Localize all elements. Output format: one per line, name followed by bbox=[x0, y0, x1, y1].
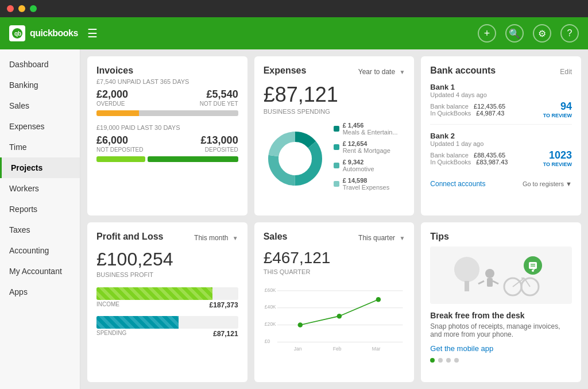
legend-amount-3: £ 14,598 bbox=[343, 177, 390, 184]
connect-accounts-link[interactable]: Connect accounts bbox=[430, 180, 485, 188]
main: Dashboard Banking Sales Expenses Time Pr… bbox=[0, 49, 588, 389]
svg-text:Jan: Jan bbox=[293, 345, 301, 351]
invoices-notdue: £5,540 NOT DUE YET bbox=[200, 88, 238, 107]
bank-2-balance-rows: Bank balance £88,435.65 In QuickBooks £8… bbox=[430, 152, 508, 165]
pnl-income-value: £187,373 bbox=[210, 301, 238, 309]
sidebar-item-apps[interactable]: Apps bbox=[0, 282, 80, 302]
chart-point-jan bbox=[297, 322, 303, 328]
minimize-button[interactable] bbox=[18, 5, 25, 12]
registers-arrow: ▼ bbox=[566, 180, 572, 187]
chart-point-mar bbox=[376, 297, 381, 302]
help-button[interactable]: ? bbox=[560, 24, 579, 43]
legend-text-1: £ 12,654 Rent & Mortgage bbox=[343, 140, 390, 154]
bank-2-updated: Updated 1 day ago bbox=[430, 140, 572, 147]
sales-header: Sales This quarter ▼ bbox=[264, 232, 405, 244]
legend-dot-3 bbox=[334, 181, 339, 187]
svg-rect-30 bbox=[529, 262, 537, 269]
invoices-title: Invoices bbox=[96, 66, 238, 76]
bank-1-balances: Bank balance £12,435.65 In QuickBooks £4… bbox=[430, 101, 572, 118]
bank-1-review-count: 94 bbox=[543, 101, 572, 113]
bank-2-bank-balance-row: Bank balance £88,435.65 bbox=[430, 152, 508, 159]
pnl-spending-bar bbox=[96, 316, 179, 329]
expenses-title: Expenses bbox=[264, 66, 307, 76]
bank-2-review[interactable]: 1023 TO REVIEW bbox=[543, 149, 572, 167]
close-button[interactable] bbox=[7, 5, 14, 12]
tips-dot-3[interactable] bbox=[446, 358, 451, 363]
legend-item-1: £ 12,654 Rent & Mortgage bbox=[334, 140, 405, 154]
logo-icon: qb bbox=[9, 25, 25, 41]
sidebar-item-accounting[interactable]: Accounting bbox=[0, 240, 80, 261]
svg-line-23 bbox=[493, 281, 498, 284]
bank-1-bank-balance-label: Bank balance bbox=[430, 103, 469, 110]
invoices-deposited-label: DEPOSITED bbox=[201, 147, 238, 153]
invoices-deposited: £13,000 DEPOSITED bbox=[201, 134, 238, 153]
sidebar-item-my-accountant[interactable]: My Accountant bbox=[0, 261, 80, 282]
sidebar-item-time[interactable]: Time bbox=[0, 137, 80, 157]
search-button[interactable]: 🔍 bbox=[505, 24, 524, 43]
invoices-notdue-amount: £5,540 bbox=[200, 88, 238, 101]
sidebar-item-reports[interactable]: Reports bbox=[0, 199, 80, 219]
sales-period-arrow: ▼ bbox=[399, 235, 405, 241]
pnl-amount: £100,254 bbox=[96, 249, 238, 270]
sales-period-selector[interactable]: This quarter ▼ bbox=[358, 234, 405, 242]
pnl-header: Profit and Loss This month ▼ bbox=[96, 232, 238, 244]
bar-notdeposited bbox=[96, 156, 145, 162]
invoices-overdue: £2,000 OVERDUE bbox=[96, 88, 128, 107]
legend-amount-2: £ 9,342 bbox=[343, 159, 374, 165]
pnl-income-labels: INCOME £187,373 bbox=[96, 301, 238, 309]
go-to-registers-link[interactable]: Go to registers ▼ bbox=[523, 180, 572, 187]
expenses-period-selector[interactable]: Year to date ▼ bbox=[358, 68, 405, 76]
svg-text:£0: £0 bbox=[264, 338, 270, 344]
sidebar-item-dashboard[interactable]: Dashboard bbox=[0, 54, 80, 75]
maximize-button[interactable] bbox=[30, 5, 37, 12]
sales-subtitle: THIS QUARTER bbox=[264, 268, 405, 275]
sidebar-item-banking[interactable]: Banking bbox=[0, 75, 80, 95]
legend-label-2: Automotive bbox=[343, 165, 374, 172]
invoices-notdeposited-label: NOT DEPOSITED bbox=[96, 147, 144, 153]
tips-dot-1[interactable] bbox=[430, 358, 435, 363]
sidebar-item-projects[interactable]: Projects bbox=[0, 157, 80, 178]
bank-1-item: Bank 1 Updated 4 days ago Bank balance £… bbox=[430, 83, 572, 125]
pnl-spending-label: SPENDING bbox=[96, 330, 126, 338]
tips-illustration bbox=[430, 247, 572, 304]
pnl-income-bar bbox=[96, 287, 212, 300]
hamburger-menu[interactable]: ☰ bbox=[87, 26, 98, 40]
sidebar-item-expenses[interactable]: Expenses bbox=[0, 116, 80, 137]
expenses-period-arrow: ▼ bbox=[399, 69, 405, 75]
bank-1-review[interactable]: 94 TO REVIEW bbox=[543, 101, 572, 118]
legend-label-1: Rent & Mortgage bbox=[343, 147, 390, 154]
sales-title: Sales bbox=[264, 232, 288, 242]
tips-dot-2[interactable] bbox=[438, 358, 443, 363]
bank-2-bank-balance-label: Bank balance bbox=[430, 152, 469, 159]
add-button[interactable]: + bbox=[478, 24, 496, 43]
sidebar-item-sales[interactable]: Sales bbox=[0, 95, 80, 116]
pnl-subtitle: BUSINESS PROFIT bbox=[96, 271, 238, 278]
invoices-overdue-label: OVERDUE bbox=[96, 101, 128, 107]
bar-notdue bbox=[139, 110, 238, 116]
bank-2-qb-label: In QuickBooks bbox=[430, 159, 471, 165]
sidebar-item-workers[interactable]: Workers bbox=[0, 178, 80, 199]
pnl-period-selector[interactable]: This month ▼ bbox=[194, 234, 238, 242]
legend-label-3: Travel Expenses bbox=[343, 184, 390, 191]
bank-1-bank-balance-row: Bank balance £12,435.65 bbox=[430, 103, 505, 110]
bank-2-qb-balance: £83,987.43 bbox=[476, 159, 508, 165]
svg-point-34 bbox=[532, 269, 534, 272]
invoices-notdue-label: NOT DUE YET bbox=[200, 101, 238, 107]
svg-text:£40K: £40K bbox=[264, 304, 276, 310]
sidebar-item-taxes[interactable]: Taxes bbox=[0, 219, 80, 240]
pnl-income-bar-container bbox=[96, 287, 238, 300]
tips-dot-4[interactable] bbox=[454, 358, 459, 363]
content-grid: Invoices £7,540 UNPAID LAST 365 DAYS £2,… bbox=[80, 49, 588, 389]
invoices-card: Invoices £7,540 UNPAID LAST 365 DAYS £2,… bbox=[87, 56, 247, 215]
bank-accounts-title: Bank accounts bbox=[430, 66, 496, 76]
header-right: + 🔍 ⚙ ? bbox=[478, 24, 579, 43]
pnl-income-row: INCOME £187,373 bbox=[96, 287, 238, 309]
tips-cta-link[interactable]: Get the mobile app bbox=[430, 344, 493, 353]
sidebar: Dashboard Banking Sales Expenses Time Pr… bbox=[0, 49, 80, 389]
bank-edit-link[interactable]: Edit bbox=[560, 68, 572, 76]
invoices-deposited-bars bbox=[96, 156, 238, 162]
bank-accounts-header: Bank accounts Edit bbox=[430, 66, 572, 78]
settings-button[interactable]: ⚙ bbox=[533, 24, 551, 43]
legend-amount-1: £ 12,654 bbox=[343, 140, 390, 147]
bank-1-qb-label: In QuickBooks bbox=[430, 110, 471, 117]
